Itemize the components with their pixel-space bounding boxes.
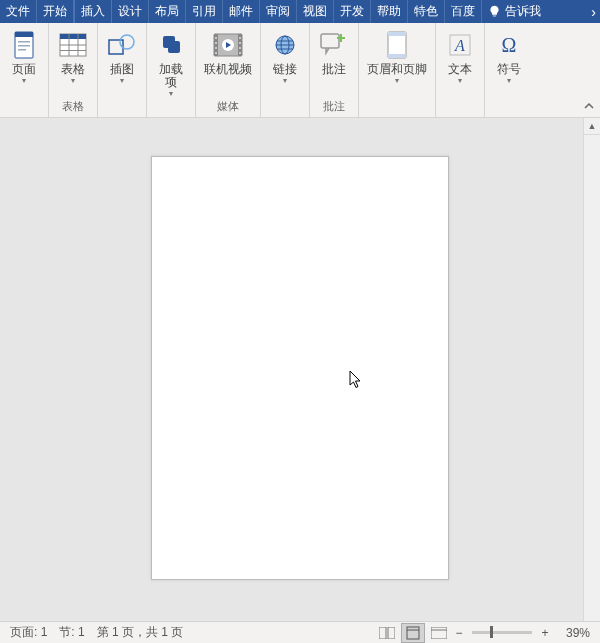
view-read-mode[interactable]: [375, 623, 399, 643]
zoom-slider-thumb[interactable]: [490, 626, 493, 638]
text-button[interactable]: A 文本 ▾: [438, 26, 482, 98]
status-bar: 页面: 1 节: 1 第 1 页，共 1 页 − + 39%: [0, 621, 600, 643]
addins-icon: [155, 29, 187, 61]
svg-rect-33: [388, 32, 406, 36]
svg-text:Ω: Ω: [502, 34, 517, 56]
dropdown-indicator: ▾: [120, 78, 124, 84]
svg-text:A: A: [454, 37, 465, 54]
chevron-up-icon: [583, 100, 595, 112]
tab-special[interactable]: 特色: [408, 0, 445, 23]
group-text: A 文本 ▾: [436, 23, 485, 117]
svg-rect-2: [15, 32, 33, 37]
tab-home[interactable]: 开始: [37, 0, 74, 23]
tab-file[interactable]: 文件: [0, 0, 37, 23]
ribbon-collapse-button[interactable]: [580, 97, 598, 115]
addins-button[interactable]: 加载 项 ▾: [149, 26, 193, 98]
svg-point-18: [215, 42, 217, 44]
svg-point-13: [120, 35, 134, 49]
group-pages: 页面 ▾: [0, 23, 49, 117]
tab-view[interactable]: 视图: [297, 0, 334, 23]
read-mode-icon: [379, 627, 395, 639]
svg-rect-42: [431, 627, 447, 639]
lightbulb-icon: [488, 5, 501, 18]
tell-me-label: 告诉我: [505, 3, 541, 20]
web-layout-icon: [431, 627, 447, 639]
ribbon-insert: 页面 ▾ 表格 ▾ 表格 插图 ▾: [0, 23, 600, 118]
tab-baidu[interactable]: 百度: [445, 0, 482, 23]
svg-point-23: [239, 47, 241, 49]
table-label: 表格: [61, 63, 85, 76]
links-button[interactable]: 链接 ▾: [263, 26, 307, 98]
dropdown-indicator: ▾: [71, 78, 75, 84]
group-tables-label: 表格: [62, 99, 84, 115]
svg-rect-38: [379, 627, 386, 639]
online-video-button[interactable]: 联机视频: [198, 26, 258, 98]
zoom-slider[interactable]: [472, 631, 532, 634]
dropdown-indicator: ▾: [169, 91, 173, 97]
status-section[interactable]: 节: 1: [53, 624, 90, 641]
tell-me-search[interactable]: 告诉我: [482, 0, 547, 23]
scroll-up-button[interactable]: ▲: [584, 118, 600, 135]
addins-label: 加载 项: [159, 63, 183, 89]
text-icon: A: [444, 29, 476, 61]
group-media: 联机视频 媒体: [196, 23, 261, 117]
svg-rect-7: [60, 34, 86, 39]
tab-help[interactable]: 帮助: [371, 0, 408, 23]
view-web-layout[interactable]: [427, 623, 451, 643]
tab-design[interactable]: 设计: [112, 0, 149, 23]
comment-button[interactable]: 批注: [312, 26, 356, 98]
svg-rect-3: [18, 41, 30, 43]
illustrations-button[interactable]: 插图 ▾: [100, 26, 144, 98]
zoom-level[interactable]: 39%: [552, 626, 596, 640]
dropdown-indicator: ▾: [458, 78, 462, 84]
tab-review[interactable]: 审阅: [260, 0, 297, 23]
svg-rect-31: [321, 34, 339, 48]
status-page[interactable]: 页面: 1: [4, 624, 53, 641]
dropdown-indicator: ▾: [283, 78, 287, 84]
table-button[interactable]: 表格 ▾: [51, 26, 95, 98]
vertical-scrollbar[interactable]: ▲: [583, 118, 600, 621]
print-layout-icon: [406, 626, 420, 640]
document-page[interactable]: [151, 156, 449, 580]
symbols-button[interactable]: Ω 符号 ▾: [487, 26, 531, 98]
svg-point-24: [239, 52, 241, 54]
svg-rect-39: [388, 627, 395, 639]
tab-layout[interactable]: 布局: [149, 0, 186, 23]
svg-point-22: [239, 42, 241, 44]
links-label: 链接: [273, 63, 297, 76]
group-tables: 表格 ▾ 表格: [49, 23, 98, 117]
omega-icon: Ω: [493, 29, 525, 61]
svg-rect-0: [493, 16, 496, 17]
tabstrip-overflow[interactable]: ›: [587, 0, 600, 23]
text-label: 文本: [448, 63, 472, 76]
comment-icon: [318, 29, 350, 61]
svg-point-17: [215, 37, 217, 39]
zoom-out-button[interactable]: −: [452, 626, 466, 640]
tab-insert[interactable]: 插入: [74, 0, 112, 23]
headerfooter-button[interactable]: 页眉和页脚 ▾: [361, 26, 433, 98]
document-area[interactable]: ▲: [0, 118, 600, 621]
svg-point-20: [215, 52, 217, 54]
view-print-layout[interactable]: [401, 623, 425, 643]
tab-mailings[interactable]: 邮件: [223, 0, 260, 23]
group-comments: 批注 批注: [310, 23, 359, 117]
group-symbols: Ω 符号 ▾: [485, 23, 533, 117]
headerfooter-label: 页眉和页脚: [367, 63, 427, 76]
tab-developer[interactable]: 开发: [334, 0, 371, 23]
svg-rect-40: [407, 627, 419, 639]
group-addins: 加载 项 ▾: [147, 23, 196, 117]
tab-references[interactable]: 引用: [186, 0, 223, 23]
symbols-label: 符号: [497, 63, 521, 76]
online-video-label: 联机视频: [204, 63, 252, 76]
pages-button[interactable]: 页面 ▾: [2, 26, 46, 98]
ribbon-tab-strip: 文件 开始 插入 设计 布局 引用 邮件 审阅 视图 开发 帮助 特色 百度 告…: [0, 0, 600, 23]
svg-rect-12: [109, 40, 123, 54]
group-media-label: 媒体: [217, 99, 239, 115]
dropdown-indicator: ▾: [507, 78, 511, 84]
dropdown-indicator: ▾: [22, 78, 26, 84]
zoom-in-button[interactable]: +: [538, 626, 552, 640]
comment-label: 批注: [322, 63, 346, 76]
status-page-count[interactable]: 第 1 页，共 1 页: [91, 624, 190, 641]
shapes-icon: [106, 29, 138, 61]
dropdown-indicator: ▾: [395, 78, 399, 84]
